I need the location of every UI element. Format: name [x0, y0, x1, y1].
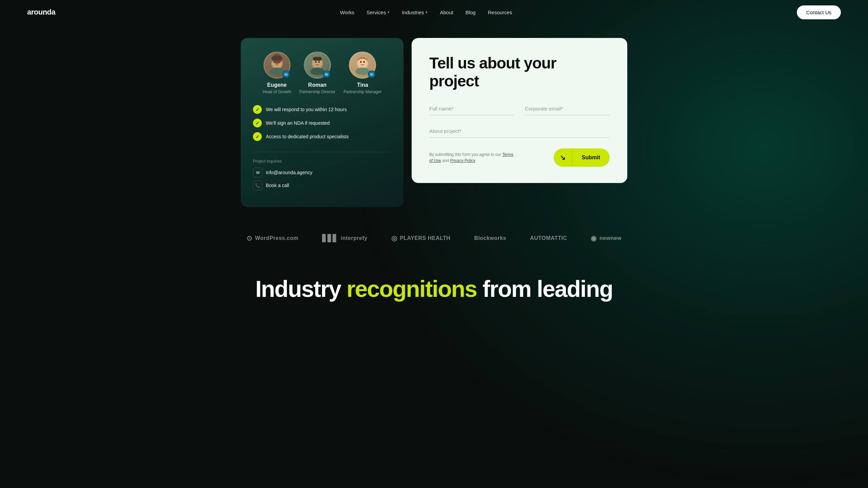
nav-blog[interactable]: Blog	[466, 9, 476, 15]
team-member-eugene: in Eugene Head of Growth	[263, 52, 291, 94]
wordpress-icon: ⊙	[246, 234, 253, 242]
feature-text-3: Access to dedicated product specialists	[266, 134, 349, 139]
submit-label: Submit	[572, 148, 610, 167]
feature-item-3: ✓ Access to dedicated product specialist…	[253, 132, 391, 141]
left-card: in Eugene Head of Growth	[241, 38, 403, 207]
avatar-wrap-eugene: in	[263, 52, 291, 79]
players-health-name: PLAYERS HEALTH	[400, 235, 450, 241]
check-icon-1: ✓	[253, 105, 262, 114]
submit-button[interactable]: ↘ Submit	[554, 148, 610, 167]
form-footer: By submitting this form you agree to our…	[429, 148, 610, 167]
avatar-wrap-roman: in	[304, 52, 331, 79]
contact-us-button[interactable]: Contact Us	[797, 5, 841, 19]
project-input[interactable]	[429, 125, 610, 138]
avatar-wrap-tina: in	[349, 52, 376, 79]
book-call-text: Book a call	[266, 183, 289, 188]
right-card: Tell us about your project By submitting…	[412, 38, 627, 183]
logo-automattic: AUTOMATTIC	[530, 235, 567, 241]
svg-rect-12	[313, 57, 322, 61]
email-contact-item[interactable]: ✉ info@arounda.agency	[253, 168, 391, 177]
member-name-roman: Roman	[308, 82, 327, 88]
headline-highlight: recognitions	[347, 276, 477, 302]
privacy-link[interactable]: Privacy Policy	[450, 158, 475, 163]
form-row-2	[429, 125, 610, 138]
email-group	[525, 102, 610, 115]
newnew-icon: ◉	[591, 234, 597, 242]
member-name-tina: Tina	[357, 82, 368, 88]
interprefy-name: interprefy	[341, 235, 368, 241]
project-group	[429, 125, 610, 138]
newnew-name: newnew	[599, 235, 622, 241]
nav-links: Works Services Industries About Blog Res	[340, 9, 512, 15]
logo-wordpress: ⊙ WordPress.com	[246, 234, 299, 242]
inquiries-label: Project inquiries	[253, 159, 391, 164]
blockworks-name: Blockworks	[474, 235, 506, 241]
email-input[interactable]	[525, 102, 610, 115]
form-row-1	[429, 102, 610, 115]
team-member-roman: in Roman Partnership Director	[299, 52, 336, 94]
brand-logo: arounda	[27, 8, 55, 17]
svg-point-4	[270, 67, 284, 75]
member-name-eugene: Eugene	[267, 82, 287, 88]
member-title-tina: Partnership Manager	[343, 89, 381, 94]
form-title: Tell us about your project	[429, 54, 610, 90]
svg-point-16	[363, 61, 365, 63]
book-call-item[interactable]: 📞 Book a call	[253, 181, 391, 190]
navbar: arounda Works Services Industries About …	[0, 0, 868, 24]
interprefy-icon: ▋▋▋	[322, 234, 338, 242]
full-name-group	[429, 102, 514, 115]
bottom-headline: Industry recognitions from leading	[0, 263, 868, 315]
wordpress-name: WordPress.com	[255, 235, 298, 241]
main-section: in Eugene Head of Growth	[214, 24, 654, 227]
full-name-input[interactable]	[429, 102, 514, 115]
project-inquiries: Project inquiries ✉ info@arounda.agency …	[253, 152, 391, 190]
logo-blockworks: Blockworks	[474, 235, 506, 241]
member-title-roman: Partnership Director	[299, 89, 336, 94]
submit-arrow-icon: ↘	[554, 148, 572, 167]
svg-point-11	[311, 67, 324, 75]
linkedin-badge-eugene: in	[282, 70, 290, 78]
nav-works[interactable]: Works	[340, 9, 354, 15]
nav-services[interactable]: Services	[367, 9, 390, 15]
nav-resources[interactable]: Resources	[488, 9, 512, 15]
logos-section: ⊙ WordPress.com ▋▋▋ interprefy ◎ PLAYERS…	[0, 227, 868, 263]
svg-point-9	[315, 61, 317, 63]
phone-icon: 📞	[253, 181, 262, 190]
automattic-name: AUTOMATTIC	[530, 235, 567, 241]
linkedin-badge-tina: in	[368, 70, 375, 78]
feature-item-1: ✓ We will respond to you within 12 hours	[253, 105, 391, 114]
svg-point-15	[360, 61, 362, 63]
linkedin-badge-roman: in	[323, 70, 330, 78]
nav-industries[interactable]: Industries	[402, 9, 428, 15]
team-member-tina: in Tina Partnership Manager	[343, 52, 381, 94]
logo-newnew: ◉ newnew	[591, 234, 622, 242]
headline-suffix: from leading	[477, 276, 613, 302]
headline-prefix: Industry	[255, 276, 347, 302]
form-disclaimer: By submitting this form you agree to our…	[429, 151, 517, 164]
logo-interprefy: ▋▋▋ interprefy	[322, 234, 367, 242]
nav-about[interactable]: About	[440, 9, 453, 15]
svg-point-6	[271, 56, 282, 61]
email-icon: ✉	[253, 168, 262, 177]
member-title-eugene: Head of Growth	[263, 89, 291, 94]
logo-players-health: ◎ PLAYERS HEALTH	[391, 234, 451, 242]
feature-text-1: We will respond to you within 12 hours	[266, 107, 347, 112]
svg-point-17	[356, 67, 370, 75]
players-health-icon: ◎	[391, 234, 397, 242]
svg-point-10	[318, 61, 320, 63]
email-text: info@arounda.agency	[266, 170, 312, 175]
check-icon-3: ✓	[253, 132, 262, 141]
feature-item-2: ✓ We'll sign an NDA if requested	[253, 119, 391, 127]
features-list: ✓ We will respond to you within 12 hours…	[253, 105, 391, 141]
team-row: in Eugene Head of Growth	[253, 52, 391, 94]
check-icon-2: ✓	[253, 119, 262, 127]
feature-text-2: We'll sign an NDA if requested	[266, 120, 330, 126]
